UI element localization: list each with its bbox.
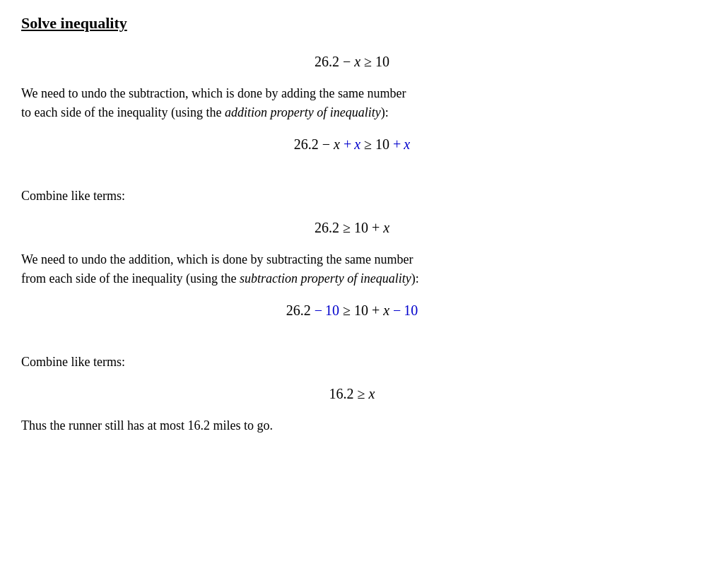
equation-2: 26.2 − x + x ≥ 10 + x [21,136,683,153]
explanation-1: We need to undo the subtraction, which i… [21,84,683,122]
combine-like-terms-1: Combine like terms: [21,187,683,206]
explanation-2-line2: from each side of the inequality (using … [21,271,419,286]
conclusion: Thus the runner still has at most 16.2 m… [21,416,683,435]
explanation-2: We need to undo the addition, which is d… [21,250,683,288]
explanation-1-line1: We need to undo the subtraction, which i… [21,86,406,100]
equation-3: 26.2 ≥ 10 + x [21,220,683,236]
explanation-1-line2: to each side of the inequality (using th… [21,105,389,119]
equation-4: 26.2 − 10 ≥ 10 + x − 10 [21,302,683,319]
combine-like-terms-2: Combine like terms: [21,353,683,372]
explanation-2-line1: We need to undo the addition, which is d… [21,252,413,266]
equation-1: 26.2 − x ≥ 10 [21,54,683,70]
equation-5: 16.2 ≥ x [21,386,683,402]
page-title: Solve inequality [21,14,683,33]
